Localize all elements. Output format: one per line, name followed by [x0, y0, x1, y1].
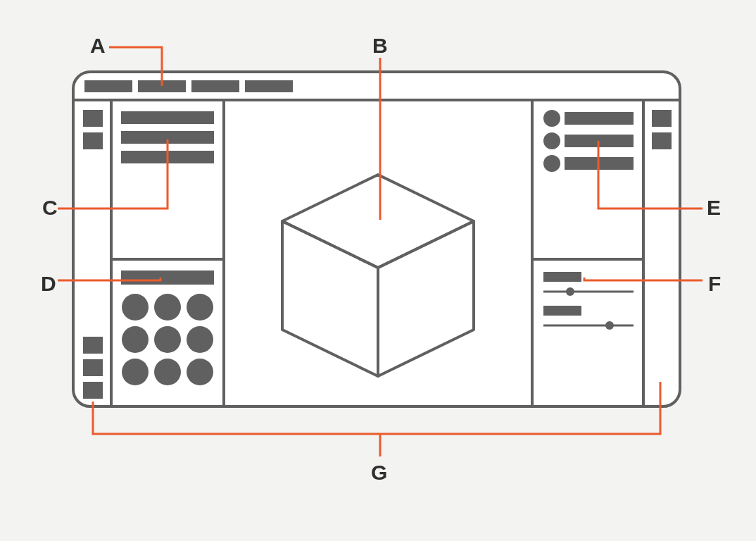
grid-swatch[interactable]	[122, 359, 149, 385]
slider-handle[interactable]	[566, 287, 574, 296]
menu-item[interactable]	[191, 80, 239, 92]
label-E: E	[707, 196, 721, 220]
menu-item[interactable]	[245, 80, 293, 92]
grid-swatch[interactable]	[122, 294, 149, 321]
label-F: F	[708, 272, 721, 296]
list-item[interactable]	[543, 110, 634, 127]
slider-label	[543, 272, 581, 282]
label-A: A	[90, 34, 106, 58]
grid-swatch[interactable]	[154, 359, 181, 385]
sidebar-icon[interactable]	[83, 110, 103, 127]
grid-swatch[interactable]	[187, 326, 213, 353]
sidebar-icon[interactable]	[83, 359, 103, 376]
sidebar-icon[interactable]	[83, 337, 103, 354]
panel-D-grid	[122, 294, 213, 385]
list-row[interactable]	[121, 111, 214, 124]
sidebar-icon[interactable]	[83, 382, 103, 399]
label-D: D	[41, 272, 56, 296]
grid-swatch[interactable]	[154, 294, 181, 321]
sidebar-icon[interactable]	[652, 110, 672, 127]
diagram-svg	[0, 0, 756, 541]
sidebar-icon[interactable]	[652, 132, 672, 149]
panel-D-header[interactable]	[121, 270, 214, 285]
slider-label	[543, 306, 581, 316]
item-icon	[543, 110, 560, 127]
sidebar-icon[interactable]	[83, 132, 103, 149]
menu-item[interactable]	[84, 80, 132, 92]
grid-swatch[interactable]	[154, 326, 181, 353]
item-label-bar	[565, 112, 634, 125]
item-icon	[543, 155, 560, 172]
diagram-stage: A B C D E F G	[0, 0, 756, 541]
panel-E	[543, 110, 634, 172]
grid-swatch[interactable]	[122, 326, 149, 353]
label-G: G	[371, 461, 387, 485]
left-sidebar-bottom	[83, 337, 103, 399]
label-C: C	[42, 196, 58, 220]
label-B: B	[372, 34, 388, 58]
grid-swatch[interactable]	[187, 294, 213, 321]
list-item[interactable]	[543, 132, 634, 149]
item-icon	[543, 132, 560, 149]
grid-swatch[interactable]	[187, 359, 213, 385]
list-item[interactable]	[543, 155, 634, 172]
slider-handle[interactable]	[605, 321, 614, 330]
